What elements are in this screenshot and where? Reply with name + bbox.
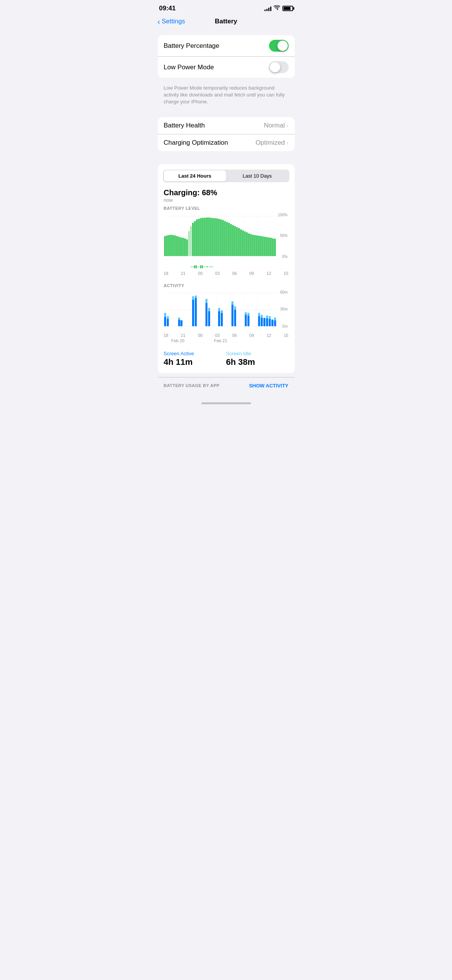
status-time: 09:41 <box>159 5 176 12</box>
back-button[interactable]: ‹ Settings <box>158 17 185 26</box>
toggle-thumb <box>277 41 288 51</box>
battery-usage-section: BATTERY USAGE BY APP SHOW ACTIVITY <box>158 377 295 392</box>
svg-rect-66 <box>194 265 195 268</box>
svg-rect-120 <box>274 320 276 326</box>
battery-toggles-card: Battery Percentage Low Power Mode <box>158 35 295 78</box>
battery-percentage-label: Battery Percentage <box>164 42 220 50</box>
svg-rect-110 <box>258 316 260 326</box>
show-activity-button[interactable]: SHOW ACTIVITY <box>249 383 289 389</box>
svg-rect-31 <box>208 217 209 256</box>
battery-health-label: Battery Health <box>164 122 205 129</box>
svg-rect-42 <box>230 224 232 256</box>
battery-percentage-toggle[interactable] <box>269 40 289 52</box>
y-label-30m: 30m <box>280 307 287 311</box>
svg-rect-49 <box>244 231 245 256</box>
battery-health-right: Normal › <box>264 122 288 129</box>
signal-bars-icon <box>264 6 271 11</box>
low-power-mode-row[interactable]: Low Power Mode <box>158 56 295 78</box>
home-indicator <box>152 399 301 407</box>
y-label-100: 100% <box>278 213 288 217</box>
svg-rect-109 <box>247 313 249 315</box>
svg-rect-27 <box>200 218 201 256</box>
svg-rect-56 <box>258 235 259 256</box>
screen-active-value: 4h 11m <box>164 357 226 367</box>
svg-rect-106 <box>245 314 246 326</box>
svg-rect-37 <box>220 219 222 256</box>
charging-optimization-value: Optimized <box>256 139 285 147</box>
svg-rect-29 <box>204 217 206 256</box>
svg-rect-60 <box>266 237 268 256</box>
svg-rect-26 <box>198 219 199 256</box>
svg-rect-119 <box>271 319 273 326</box>
svg-rect-30 <box>206 217 207 256</box>
svg-rect-21 <box>188 231 189 256</box>
svg-rect-22 <box>190 226 191 256</box>
svg-rect-25 <box>196 219 197 256</box>
screen-active-legend[interactable]: Screen Active <box>164 351 226 356</box>
segment-10d[interactable]: Last 10 Days <box>226 170 289 181</box>
y-label-0m: 0m <box>280 324 287 328</box>
wifi-icon <box>274 5 280 11</box>
svg-rect-100 <box>220 313 222 326</box>
svg-rect-92 <box>194 298 196 326</box>
svg-rect-45 <box>236 227 237 256</box>
svg-rect-51 <box>248 233 250 256</box>
svg-rect-117 <box>269 319 271 326</box>
charging-label: Charging: 68% <box>164 188 289 197</box>
activity-time-labels: 18 21 00 03 06 09 12 15 <box>164 332 289 338</box>
svg-rect-40 <box>226 222 227 256</box>
screen-idle-value: 6h 38m <box>226 357 289 367</box>
charging-optimization-row[interactable]: Charging Optimization Optimized › <box>158 134 295 151</box>
y-label-50: 50% <box>278 234 288 238</box>
svg-rect-24 <box>194 221 196 256</box>
battery-health-chevron-icon: › <box>286 122 288 129</box>
svg-rect-88 <box>178 317 180 319</box>
svg-rect-94 <box>205 303 207 326</box>
svg-rect-16 <box>178 237 179 256</box>
svg-rect-97 <box>208 308 210 311</box>
svg-rect-41 <box>228 222 230 256</box>
svg-rect-95 <box>205 299 207 302</box>
screen-idle-legend[interactable]: Screen Idle <box>226 351 289 356</box>
low-power-mode-label: Low Power Mode <box>164 64 214 71</box>
svg-rect-44 <box>234 226 235 256</box>
segment-24h[interactable]: Last 24 Hours <box>164 170 226 181</box>
svg-rect-96 <box>208 311 210 326</box>
svg-rect-15 <box>176 236 178 256</box>
battery-chart-svg <box>164 213 289 263</box>
battery-percentage-row[interactable]: Battery Percentage <box>158 35 295 56</box>
battery-health-value: Normal <box>264 122 285 129</box>
charging-indicators <box>164 263 289 270</box>
nav-header: ‹ Settings Battery <box>152 15 301 31</box>
svg-rect-14 <box>174 235 175 256</box>
svg-rect-93 <box>194 296 196 298</box>
svg-rect-70 <box>202 265 203 268</box>
svg-rect-87 <box>178 319 180 326</box>
battery-usage-label: BATTERY USAGE BY APP <box>164 383 220 388</box>
charging-optimization-right: Optimized › <box>256 139 289 147</box>
low-power-mode-toggle[interactable] <box>269 61 289 73</box>
svg-rect-54 <box>254 235 255 256</box>
svg-rect-34 <box>214 218 215 256</box>
svg-rect-10 <box>166 235 168 256</box>
svg-rect-39 <box>224 221 225 256</box>
svg-rect-104 <box>234 309 236 326</box>
svg-rect-55 <box>256 235 258 256</box>
svg-rect-67 <box>196 265 197 268</box>
battery-health-row[interactable]: Battery Health Normal › <box>158 117 295 134</box>
svg-rect-99 <box>218 308 220 311</box>
battery-status-icon <box>282 6 293 11</box>
svg-rect-111 <box>258 313 260 316</box>
date-labels: Feb 20 Feb 21 <box>164 338 289 345</box>
back-label[interactable]: Settings <box>162 18 185 25</box>
svg-rect-57 <box>260 236 261 256</box>
svg-rect-33 <box>212 218 214 256</box>
svg-rect-107 <box>245 312 246 314</box>
status-icons <box>264 5 293 11</box>
chart-card: Last 24 Hours Last 10 Days Charging: 68%… <box>158 164 295 373</box>
svg-rect-102 <box>231 304 233 326</box>
stats-row: Screen Active 4h 11m Screen Idle 6h 38m <box>158 345 295 373</box>
battery-chart-title: BATTERY LEVEL <box>164 206 289 211</box>
svg-rect-32 <box>210 217 212 256</box>
svg-rect-47 <box>240 229 242 256</box>
